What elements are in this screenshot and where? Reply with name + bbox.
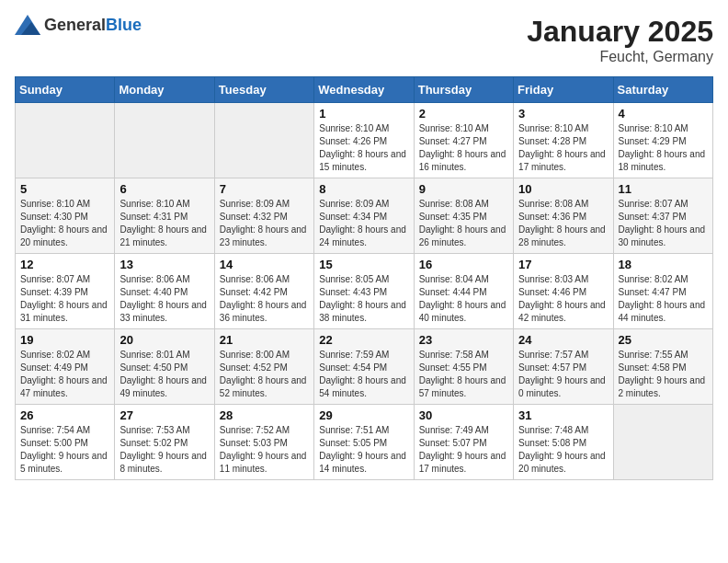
- day-number: 7: [220, 182, 309, 196]
- day-number: 2: [419, 107, 508, 121]
- header-thursday: Thursday: [414, 77, 513, 103]
- header-row: SundayMondayTuesdayWednesdayThursdayFrid…: [16, 77, 713, 103]
- calendar-cell: 19Sunrise: 8:02 AMSunset: 4:49 PMDayligh…: [16, 329, 115, 405]
- calendar-cell: 14Sunrise: 8:06 AMSunset: 4:42 PMDayligh…: [214, 254, 313, 329]
- day-info: Sunrise: 7:49 AMSunset: 5:07 PMDaylight:…: [419, 424, 508, 476]
- calendar-cell: 25Sunrise: 7:55 AMSunset: 4:58 PMDayligh…: [613, 329, 712, 405]
- calendar-cell: 24Sunrise: 7:57 AMSunset: 4:57 PMDayligh…: [514, 329, 613, 405]
- calendar-cell: 3Sunrise: 8:10 AMSunset: 4:28 PMDaylight…: [514, 103, 613, 178]
- day-number: 12: [20, 258, 109, 271]
- day-info: Sunrise: 8:02 AMSunset: 4:49 PMDaylight:…: [20, 349, 109, 400]
- day-info: Sunrise: 7:51 AMSunset: 5:05 PMDaylight:…: [319, 424, 408, 476]
- day-info: Sunrise: 7:59 AMSunset: 4:54 PMDaylight:…: [319, 349, 408, 400]
- calendar-cell: 8Sunrise: 8:09 AMSunset: 4:34 PMDaylight…: [314, 178, 414, 254]
- calendar-cell: 23Sunrise: 7:58 AMSunset: 4:55 PMDayligh…: [414, 329, 513, 405]
- header-sunday: Sunday: [16, 77, 115, 103]
- week-row-5: 26Sunrise: 7:54 AMSunset: 5:00 PMDayligh…: [16, 405, 713, 480]
- calendar-subtitle: Feucht, Germany: [527, 49, 713, 65]
- day-info: Sunrise: 7:48 AMSunset: 5:08 PMDaylight:…: [518, 424, 608, 476]
- day-info: Sunrise: 8:09 AMSunset: 4:34 PMDaylight:…: [319, 198, 408, 249]
- day-info: Sunrise: 8:10 AMSunset: 4:30 PMDaylight:…: [20, 198, 109, 249]
- calendar-cell: 2Sunrise: 8:10 AMSunset: 4:27 PMDaylight…: [414, 103, 513, 178]
- day-info: Sunrise: 8:08 AMSunset: 4:36 PMDaylight:…: [518, 198, 608, 249]
- day-number: 17: [518, 258, 608, 271]
- day-info: Sunrise: 7:57 AMSunset: 4:57 PMDaylight:…: [518, 349, 608, 400]
- day-info: Sunrise: 8:07 AMSunset: 4:39 PMDaylight:…: [20, 273, 109, 325]
- day-number: 4: [619, 107, 708, 121]
- day-number: 25: [619, 333, 708, 347]
- day-info: Sunrise: 7:52 AMSunset: 5:03 PMDaylight:…: [220, 424, 309, 476]
- day-number: 13: [119, 258, 209, 271]
- header-wednesday: Wednesday: [314, 77, 414, 103]
- header-saturday: Saturday: [613, 77, 712, 103]
- calendar-cell: 16Sunrise: 8:04 AMSunset: 4:44 PMDayligh…: [414, 254, 513, 329]
- logo-blue: Blue: [106, 16, 142, 34]
- day-number: 11: [619, 182, 708, 196]
- day-number: 5: [20, 182, 109, 196]
- calendar-cell: 18Sunrise: 8:02 AMSunset: 4:47 PMDayligh…: [613, 254, 712, 329]
- calendar-cell: 20Sunrise: 8:01 AMSunset: 4:50 PMDayligh…: [115, 329, 214, 405]
- calendar-cell: 27Sunrise: 7:53 AMSunset: 5:02 PMDayligh…: [115, 405, 214, 480]
- day-number: 22: [319, 333, 408, 347]
- logo-text: GeneralBlue: [44, 16, 142, 35]
- calendar-title: January 2025: [527, 15, 713, 49]
- day-info: Sunrise: 8:01 AMSunset: 4:50 PMDaylight:…: [119, 349, 209, 400]
- day-info: Sunrise: 8:10 AMSunset: 4:27 PMDaylight:…: [419, 122, 508, 174]
- calendar-cell: 22Sunrise: 7:59 AMSunset: 4:54 PMDayligh…: [314, 329, 414, 405]
- calendar-cell: 17Sunrise: 8:03 AMSunset: 4:46 PMDayligh…: [514, 254, 613, 329]
- calendar-cell: 11Sunrise: 8:07 AMSunset: 4:37 PMDayligh…: [613, 178, 712, 254]
- week-row-3: 12Sunrise: 8:07 AMSunset: 4:39 PMDayligh…: [16, 254, 713, 329]
- day-info: Sunrise: 8:09 AMSunset: 4:32 PMDaylight:…: [220, 198, 309, 249]
- day-info: Sunrise: 8:05 AMSunset: 4:43 PMDaylight:…: [319, 273, 408, 325]
- calendar-cell: 9Sunrise: 8:08 AMSunset: 4:35 PMDaylight…: [414, 178, 513, 254]
- day-info: Sunrise: 8:10 AMSunset: 4:31 PMDaylight:…: [119, 198, 209, 249]
- calendar-cell: [16, 103, 115, 178]
- logo: GeneralBlue: [15, 15, 142, 35]
- logo-general: General: [44, 16, 106, 34]
- calendar-table: SundayMondayTuesdayWednesdayThursdayFrid…: [15, 76, 713, 480]
- day-number: 16: [419, 258, 508, 271]
- title-block: January 2025 Feucht, Germany: [527, 15, 713, 65]
- day-number: 18: [619, 258, 708, 271]
- calendar-cell: 5Sunrise: 8:10 AMSunset: 4:30 PMDaylight…: [16, 178, 115, 254]
- calendar-cell: 6Sunrise: 8:10 AMSunset: 4:31 PMDaylight…: [115, 178, 214, 254]
- day-info: Sunrise: 8:06 AMSunset: 4:42 PMDaylight:…: [220, 273, 309, 325]
- day-number: 15: [319, 258, 408, 271]
- day-number: 21: [220, 333, 309, 347]
- day-number: 8: [319, 182, 408, 196]
- day-number: 10: [518, 182, 608, 196]
- day-info: Sunrise: 7:54 AMSunset: 5:00 PMDaylight:…: [20, 424, 109, 476]
- day-info: Sunrise: 8:10 AMSunset: 4:29 PMDaylight:…: [619, 122, 708, 174]
- day-number: 30: [419, 408, 508, 422]
- day-info: Sunrise: 8:08 AMSunset: 4:35 PMDaylight:…: [419, 198, 508, 249]
- calendar-cell: 12Sunrise: 8:07 AMSunset: 4:39 PMDayligh…: [16, 254, 115, 329]
- day-number: 24: [518, 333, 608, 347]
- day-number: 6: [119, 182, 209, 196]
- calendar-cell: [115, 103, 214, 178]
- calendar-cell: 29Sunrise: 7:51 AMSunset: 5:05 PMDayligh…: [314, 405, 414, 480]
- calendar-cell: 15Sunrise: 8:05 AMSunset: 4:43 PMDayligh…: [314, 254, 414, 329]
- calendar-cell: 10Sunrise: 8:08 AMSunset: 4:36 PMDayligh…: [514, 178, 613, 254]
- day-info: Sunrise: 7:58 AMSunset: 4:55 PMDaylight:…: [419, 349, 508, 400]
- day-info: Sunrise: 8:00 AMSunset: 4:52 PMDaylight:…: [220, 349, 309, 400]
- header-tuesday: Tuesday: [214, 77, 313, 103]
- day-info: Sunrise: 8:10 AMSunset: 4:26 PMDaylight:…: [319, 122, 408, 174]
- day-number: 26: [20, 408, 109, 422]
- header-monday: Monday: [115, 77, 214, 103]
- day-info: Sunrise: 8:03 AMSunset: 4:46 PMDaylight:…: [518, 273, 608, 325]
- day-info: Sunrise: 8:10 AMSunset: 4:28 PMDaylight:…: [518, 122, 608, 174]
- calendar-cell: 26Sunrise: 7:54 AMSunset: 5:00 PMDayligh…: [16, 405, 115, 480]
- day-number: 31: [518, 408, 608, 422]
- day-info: Sunrise: 7:53 AMSunset: 5:02 PMDaylight:…: [119, 424, 209, 476]
- week-row-1: 1Sunrise: 8:10 AMSunset: 4:26 PMDaylight…: [16, 103, 713, 178]
- calendar-cell: [214, 103, 313, 178]
- logo-icon: [15, 15, 40, 35]
- week-row-4: 19Sunrise: 8:02 AMSunset: 4:49 PMDayligh…: [16, 329, 713, 405]
- page-header: GeneralBlue January 2025 Feucht, Germany: [15, 15, 713, 65]
- day-number: 3: [518, 107, 608, 121]
- day-number: 14: [220, 258, 309, 271]
- calendar-cell: 21Sunrise: 8:00 AMSunset: 4:52 PMDayligh…: [214, 329, 313, 405]
- day-number: 19: [20, 333, 109, 347]
- day-info: Sunrise: 8:06 AMSunset: 4:40 PMDaylight:…: [119, 273, 209, 325]
- day-info: Sunrise: 8:04 AMSunset: 4:44 PMDaylight:…: [419, 273, 508, 325]
